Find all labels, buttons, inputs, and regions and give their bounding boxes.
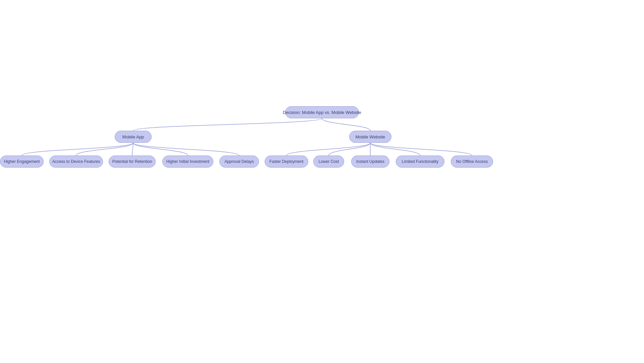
approval-delays-node: Approval Delays <box>219 156 259 168</box>
mobile-website-node: Mobile Website <box>349 131 391 143</box>
mobile-app-node: Mobile App <box>115 131 152 143</box>
limited-functionality-node: Limited Functionality <box>396 156 444 168</box>
diagram-container: Decision: Mobile App vs. Mobile Website … <box>0 0 644 363</box>
lower-cost-node: Lower Cost <box>313 156 344 168</box>
access-device-features-node: Access to Device Features <box>49 156 103 168</box>
higher-initial-investment-node: Higher Initial Investment <box>162 156 213 168</box>
root-node: Decision: Mobile App vs. Mobile Website <box>285 106 359 118</box>
higher-engagement-node: Higher Engagement <box>0 156 44 168</box>
no-offline-access-node: No Offline Access <box>451 156 493 168</box>
connections-svg <box>0 0 644 363</box>
instant-updates-node: Instant Updates <box>351 156 389 168</box>
potential-retention-node: Potential for Retention <box>109 156 156 168</box>
faster-deployment-node: Faster Deployment <box>265 156 308 168</box>
